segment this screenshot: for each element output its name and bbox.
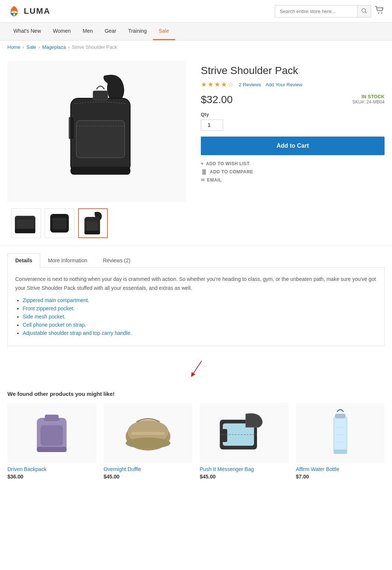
product-title: Strive Shoulder Pack — [201, 65, 385, 77]
related-name-0[interactable]: Driven Backpack — [7, 466, 96, 472]
related-price-2: $45.00 — [200, 474, 216, 480]
breadcrumb-sale[interactable]: Sale — [26, 44, 36, 50]
related-img-3 — [296, 403, 385, 462]
svg-rect-12 — [17, 220, 33, 230]
svg-rect-28 — [131, 432, 165, 435]
email-icon: ✉ — [201, 177, 205, 183]
breadcrumb-sep-2: › — [38, 44, 40, 50]
breadcrumb: Home › Sale › Mageplaza › Strive Shoulde… — [0, 41, 392, 54]
related-item-2[interactable]: Push It Messenger Bag $45.00 — [200, 403, 289, 480]
nav-item-sale[interactable]: Sale — [153, 23, 175, 40]
feature-3-link[interactable]: Side mesh pocket. — [23, 314, 65, 320]
breadcrumb-sep-1: › — [23, 44, 24, 50]
related-price-0: $36.00 — [7, 474, 23, 480]
thumb-svg-2 — [46, 210, 73, 236]
nav-item-training[interactable]: Training — [122, 23, 153, 40]
search-button[interactable] — [357, 6, 371, 17]
breadcrumb-mageplaza[interactable]: Mageplaza — [42, 44, 66, 50]
arrow-annotation — [0, 353, 392, 383]
nav-item-whats-new[interactable]: What's New — [7, 23, 47, 40]
related-img-svg-1 — [122, 410, 174, 455]
tab-description: Convenience is next to nothing when your… — [15, 275, 377, 293]
main-image-svg — [45, 68, 149, 195]
svg-point-29 — [126, 438, 170, 449]
related-item-0[interactable]: Driven Backpack $36.00 — [7, 403, 96, 480]
reviews-link[interactable]: 2 Reviews — [239, 82, 261, 87]
svg-point-3 — [378, 13, 379, 14]
feature-2-link[interactable]: Front zippered pocket. — [23, 305, 74, 311]
feature-5: Adjustable shoulder strap and top carry … — [23, 330, 377, 336]
svg-rect-35 — [335, 419, 346, 451]
related-name-2[interactable]: Push It Messenger Bag — [200, 466, 289, 472]
feature-5-link[interactable]: Adjustable shoulder strap and top carry … — [23, 330, 132, 336]
svg-rect-37 — [334, 449, 347, 454]
product-info: Strive Shoulder Pack ★★★★☆ 2 Reviews Add… — [201, 61, 385, 238]
thumbnail-3[interactable] — [78, 208, 108, 238]
product-stars: ★★★★☆ — [201, 80, 234, 89]
tab-reviews[interactable]: Reviews (2) — [95, 253, 138, 268]
qty-input[interactable] — [201, 119, 223, 131]
logo-text: LUMA — [24, 6, 51, 16]
svg-point-4 — [381, 13, 382, 14]
product-price: $32.00 — [201, 94, 233, 106]
svg-rect-10 — [93, 91, 108, 100]
nav-link-men[interactable]: Men — [77, 23, 99, 39]
tab-content-details: Convenience is next to nothing when your… — [7, 268, 385, 346]
related-img-svg-3 — [325, 405, 355, 461]
thumbnail-2[interactable] — [45, 208, 74, 238]
tab-more-info[interactable]: More Information — [40, 253, 95, 268]
luma-logo-icon — [7, 4, 21, 18]
header-right — [275, 5, 385, 17]
cart-icon[interactable] — [375, 6, 385, 16]
compare-link[interactable]: ▐▌ ADD TO COMPARE — [201, 169, 385, 174]
email-link[interactable]: ✉ EMAIL — [201, 177, 385, 183]
nav-link-sale[interactable]: Sale — [153, 23, 175, 40]
thumbnail-1[interactable] — [11, 208, 41, 238]
heart-icon: ♥ — [201, 161, 204, 166]
related-name-3[interactable]: Affirm Water Bottle — [296, 466, 385, 472]
related-name-1[interactable]: Overnight Duffle — [104, 466, 193, 472]
nav-item-men[interactable]: Men — [77, 23, 99, 40]
related-title: We found other products you might like! — [7, 391, 385, 397]
feature-4-link[interactable]: Cell phone pocket on strap. — [23, 322, 86, 328]
tab-details[interactable]: Details — [7, 253, 40, 268]
wish-list-link[interactable]: ♥ ADD TO WISH LIST — [201, 161, 385, 166]
related-grid: Driven Backpack $36.00 Overnight Duffle … — [7, 403, 385, 480]
nav-item-women[interactable]: Women — [47, 23, 77, 40]
related-item-1[interactable]: Overnight Duffle $45.00 — [104, 403, 193, 480]
svg-rect-13 — [15, 229, 35, 233]
header: LUMA — [0, 0, 392, 23]
tab-features-list: Zippered main compartment. Front zippere… — [15, 297, 377, 336]
svg-line-21 — [192, 361, 202, 375]
price-row: $32.00 IN STOCK SKU#: 24-MB04 — [201, 94, 385, 106]
main-product-image — [7, 61, 186, 202]
related-img-2 — [200, 403, 289, 462]
tabs-section: Details More Information Reviews (2) Con… — [0, 246, 392, 353]
thumb-svg-1 — [13, 210, 39, 236]
nav-link-whats-new[interactable]: What's New — [7, 23, 47, 39]
search-input[interactable] — [275, 6, 357, 16]
thumbnails — [7, 208, 186, 238]
svg-rect-9 — [71, 167, 130, 174]
feature-1: Zippered main compartment. — [23, 297, 377, 303]
related-img-1 — [104, 403, 193, 462]
related-item-3[interactable]: Affirm Water Bottle $7.00 — [296, 403, 385, 480]
main-nav: What's New Women Men Gear Training Sale — [0, 23, 392, 41]
nav-link-training[interactable]: Training — [122, 23, 153, 39]
nav-item-gear[interactable]: Gear — [99, 23, 122, 40]
related-img-svg-0 — [29, 407, 74, 459]
feature-1-link[interactable]: Zippered main compartment. — [23, 297, 89, 303]
add-to-cart-button[interactable]: Add to Cart — [201, 137, 385, 155]
rating-row: ★★★★☆ 2 Reviews Add Your Review — [201, 80, 385, 89]
nav-link-women[interactable]: Women — [47, 23, 77, 39]
breadcrumb-home[interactable]: Home — [7, 44, 20, 50]
product-images — [7, 61, 186, 238]
nav-link-gear[interactable]: Gear — [99, 23, 122, 39]
breadcrumb-current: Strive Shoulder Pack — [72, 44, 117, 50]
related-img-0 — [7, 403, 96, 462]
svg-rect-23 — [41, 425, 63, 446]
arrow-svg — [181, 357, 211, 380]
svg-rect-19 — [84, 231, 100, 234]
add-review-link[interactable]: Add Your Review — [266, 82, 302, 87]
svg-rect-18 — [87, 221, 98, 231]
